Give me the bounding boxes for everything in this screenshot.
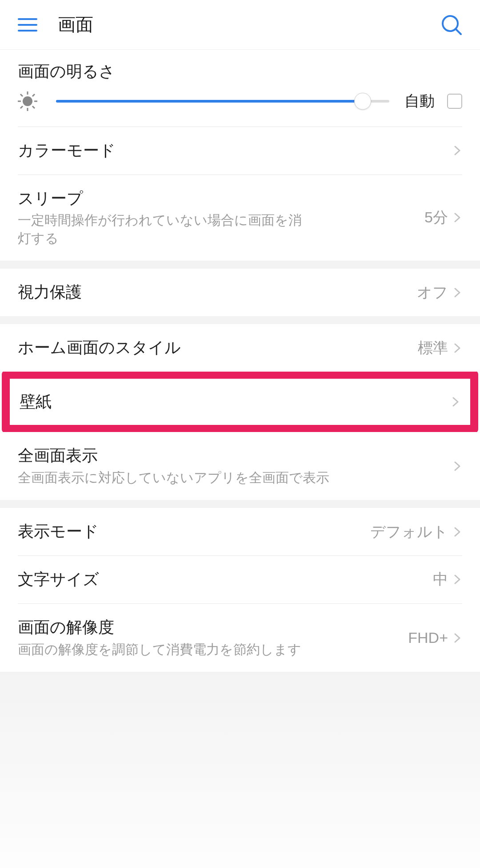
resolution-title: 画面の解像度 — [18, 617, 408, 638]
sleep-value: 5分 — [424, 207, 448, 228]
group-eye: 視力保護 オフ — [0, 269, 480, 316]
svg-line-4 — [456, 29, 461, 34]
chevron-right-icon — [452, 461, 462, 471]
row-resolution[interactable]: 画面の解像度 画面の解像度を調節して消費電力を節約します FHD+ — [0, 604, 480, 672]
auto-brightness-checkbox[interactable] — [447, 94, 462, 109]
display-mode-title: 表示モード — [18, 521, 370, 542]
chevron-right-icon — [451, 397, 460, 407]
chevron-right-icon — [452, 575, 462, 584]
fullscreen-sub: 全画面表示に対応していないアプリを全画面で表示 — [18, 469, 452, 487]
search-icon[interactable] — [441, 14, 462, 36]
resolution-value: FHD+ — [408, 629, 448, 646]
auto-brightness-label: 自動 — [404, 91, 435, 111]
chevron-right-icon — [452, 146, 462, 155]
slider-fill — [56, 100, 363, 103]
chevron-right-icon — [452, 633, 462, 643]
font-size-value: 中 — [433, 569, 448, 590]
row-font-size[interactable]: 文字サイズ 中 — [0, 556, 480, 603]
row-sleep[interactable]: スリープ 一定時間操作が行われていない場合に画面を消灯する 5分 — [0, 175, 480, 261]
slider-thumb[interactable] — [354, 93, 371, 110]
row-color-mode[interactable]: カラーモード — [0, 127, 480, 174]
row-display-mode[interactable]: 表示モード デフォルト — [0, 508, 480, 555]
home-style-title: ホーム画面のスタイル — [18, 337, 418, 358]
header-bar: 画面 — [0, 0, 480, 50]
group-home: ホーム画面のスタイル 標準 壁紙 全画面表示 全画面表示に対応していないアプリを… — [0, 324, 480, 500]
font-size-title: 文字サイズ — [18, 569, 433, 590]
brightness-slider[interactable] — [56, 100, 389, 103]
display-mode-value: デフォルト — [370, 522, 448, 542]
home-style-value: 標準 — [418, 338, 448, 358]
highlight-box: 壁紙 — [2, 371, 478, 433]
color-mode-title: カラーモード — [18, 140, 452, 161]
svg-line-13 — [32, 94, 35, 96]
row-home-style[interactable]: ホーム画面のスタイル 標準 — [0, 324, 480, 372]
fullscreen-title: 全画面表示 — [18, 445, 452, 466]
menu-icon[interactable] — [18, 18, 37, 32]
svg-line-12 — [20, 106, 23, 108]
resolution-sub: 画面の解像度を調節して消費電力を節約します — [18, 641, 307, 659]
row-fullscreen[interactable]: 全画面表示 全画面表示に対応していないアプリを全画面で表示 — [0, 432, 480, 500]
bottom-fade — [0, 672, 480, 868]
group-display: 表示モード デフォルト 文字サイズ 中 画面の解像度 画面の解像度を調節して消費… — [0, 508, 480, 672]
row-brightness: 画面の明るさ 自動 — [0, 50, 480, 127]
chevron-right-icon — [452, 213, 462, 222]
wallpaper-title: 壁紙 — [20, 392, 451, 412]
svg-line-10 — [20, 94, 23, 96]
chevron-right-icon — [452, 288, 462, 297]
chevron-right-icon — [452, 343, 462, 353]
eye-protect-value: オフ — [417, 282, 448, 303]
row-wallpaper[interactable]: 壁紙 — [10, 379, 470, 425]
brightness-sun-icon — [18, 91, 37, 111]
brightness-title: 画面の明るさ — [18, 61, 115, 82]
chevron-right-icon — [452, 527, 462, 537]
sleep-sub: 一定時間操作が行われていない場合に画面を消灯する — [18, 211, 307, 247]
group-brightness: 画面の明るさ 自動 — [0, 50, 480, 261]
sleep-title: スリープ — [18, 188, 424, 209]
svg-line-11 — [32, 106, 35, 108]
row-eye-protect[interactable]: 視力保護 オフ — [0, 269, 480, 316]
eye-protect-title: 視力保護 — [18, 282, 417, 303]
brightness-controls: 自動 — [18, 91, 462, 111]
svg-point-5 — [23, 96, 32, 106]
page-title: 画面 — [58, 12, 441, 37]
